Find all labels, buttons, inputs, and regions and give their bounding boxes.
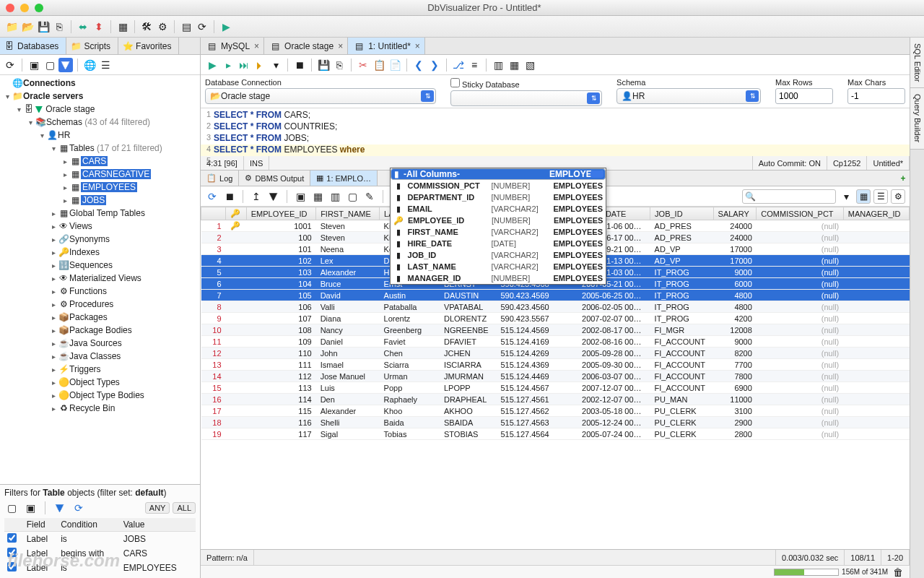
filter-check[interactable]: [7, 533, 17, 543]
run-current-icon[interactable]: ▸: [221, 58, 235, 72]
grid-header[interactable]: JOB_ID: [650, 207, 714, 220]
add-result-tab[interactable]: +: [897, 171, 910, 186]
maxrows-input[interactable]: [775, 88, 833, 104]
filter-check[interactable]: [7, 548, 17, 557]
tree-item[interactable]: ▾📁Oracle servers: [0, 90, 200, 103]
autocomplete-item[interactable]: ▮ FIRST_NAME[VARCHAR2]EMPLOYEES: [391, 226, 606, 238]
nav-tab-scripts[interactable]: 📁Scripts: [66, 38, 118, 54]
side-tab[interactable]: Query Builder: [910, 88, 924, 149]
maximize-icon[interactable]: [35, 4, 43, 12]
filter-all-button[interactable]: ALL: [173, 502, 196, 514]
tree-item[interactable]: ▸🔗Synonyms: [0, 233, 200, 246]
grid-header[interactable]: [201, 207, 226, 220]
disconnect-icon[interactable]: ⬍: [92, 20, 106, 34]
tree-item[interactable]: ▸🔢Sequences: [0, 259, 200, 272]
table-row[interactable]: 10 108NancyGreenbergNGREENBE 515.124.456…: [201, 324, 910, 336]
table-row[interactable]: 13 111IsmaelSciarraISCIARRA 515.124.4369…: [201, 359, 910, 371]
table-row[interactable]: 7 105DavidAustinDAUSTIN 590.423.45692005…: [201, 290, 910, 301]
gc-icon[interactable]: 🗑: [891, 565, 905, 579]
tree-item[interactable]: ▾🗄⯆ Oracle stage: [0, 103, 200, 116]
filter-table[interactable]: FieldConditionValueLabelisJOBSLabelbegin…: [4, 518, 196, 575]
autocomplete-item[interactable]: ▮ JOB_ID[VARCHAR2]EMPLOYEES: [391, 249, 606, 261]
tree-item[interactable]: ▸👁Views: [0, 220, 200, 233]
filter-check[interactable]: [7, 562, 17, 571]
dbconn-select[interactable]: 📂 Oracle stage⇅: [205, 88, 436, 104]
branch-icon[interactable]: ⎇: [451, 58, 466, 72]
tree-item[interactable]: ▸▦Global Temp Tables: [0, 207, 200, 220]
filter-row[interactable]: LabelisEMPLOYEES: [4, 561, 196, 575]
open-folder-icon[interactable]: 📂: [20, 20, 35, 34]
table-row[interactable]: 9 107DianaLorentzDLORENTZ 590.423.556720…: [201, 313, 910, 324]
autocomplete-item[interactable]: 🔑 EMPLOYEE_ID[NUMBER]EMPLOYEES: [391, 215, 606, 226]
globe-icon[interactable]: 🌐: [82, 58, 97, 72]
table-row[interactable]: 12 110JohnChenJCHEN 515.124.42692005-09-…: [201, 348, 910, 359]
db-tree[interactable]: 🌐Connections▾📁Oracle servers▾🗄⯆ Oracle s…: [0, 75, 200, 484]
layout3-icon[interactable]: ▧: [523, 58, 537, 72]
grid-header[interactable]: COMMISSION_PCT: [757, 207, 843, 220]
layout2-icon[interactable]: ▦: [507, 58, 521, 72]
copy-grid-icon[interactable]: ▣: [293, 189, 308, 204]
reload-grid-icon[interactable]: ⟳: [205, 189, 219, 204]
maxchars-input[interactable]: [847, 88, 905, 104]
close-tab-icon[interactable]: ×: [254, 41, 259, 51]
table-row[interactable]: 14 112Jose ManuelUrmanJMURMAN 515.124.44…: [201, 371, 910, 382]
grid-header[interactable]: MANAGER_ID: [843, 207, 909, 220]
prev-icon[interactable]: ❮: [411, 58, 426, 72]
next-icon[interactable]: ❯: [427, 58, 442, 72]
insert-row-icon[interactable]: ▦: [310, 189, 325, 204]
filter-reload-icon[interactable]: ⟳: [71, 501, 86, 515]
editor-tab[interactable]: ▤1: Untitled*×: [348, 38, 425, 54]
tree-item[interactable]: ▸▦JOBS: [0, 194, 200, 207]
filter-any-button[interactable]: ANY: [145, 502, 170, 514]
saveas-sql-icon[interactable]: ⎘: [332, 58, 346, 72]
copy-icon[interactable]: 📋: [372, 58, 386, 72]
refresh-icon[interactable]: ⟳: [195, 20, 209, 34]
tree-item[interactable]: ▾👤HR: [0, 129, 200, 142]
funnel-icon[interactable]: ⯆: [266, 189, 281, 204]
tree-item[interactable]: ▸☕Java Sources: [0, 337, 200, 350]
connect-icon[interactable]: ⬌: [76, 20, 90, 34]
more-icon[interactable]: ☰: [98, 58, 113, 72]
tree-item[interactable]: ▸⚙Functions: [0, 285, 200, 298]
settings-grid-icon[interactable]: ⚙: [891, 189, 905, 204]
close-icon[interactable]: [6, 4, 14, 12]
run-icon[interactable]: ▶: [219, 20, 233, 34]
table-row[interactable]: 15 113LuisPoppLPOPP 515.124.45672007-12-…: [201, 382, 910, 394]
tree-item[interactable]: ▸♻Recycle Bin: [0, 402, 200, 415]
settings-icon[interactable]: ⚙: [155, 20, 170, 34]
tree-item[interactable]: ▸👁Materialized Views: [0, 272, 200, 285]
table-row[interactable]: 16 114DenRaphaelyDRAPHEAL 515.127.456120…: [201, 394, 910, 405]
tree-item[interactable]: ▸☕Java Classes: [0, 350, 200, 363]
editor-tab[interactable]: ▤MySQL×: [201, 38, 264, 54]
database-select[interactable]: ⇅: [450, 90, 602, 106]
grid-view-icon[interactable]: ▦: [856, 189, 871, 204]
save-icon[interactable]: 💾: [36, 20, 51, 34]
autocomplete-item[interactable]: ▮ HIRE_DATE[DATE]EMPLOYEES: [391, 238, 606, 249]
format-icon[interactable]: ≡: [467, 58, 481, 72]
tree-item[interactable]: ▸▦CARS: [0, 155, 200, 168]
filter-funnel-icon[interactable]: ⯆: [53, 501, 67, 515]
tree-item[interactable]: ▸⚙Procedures: [0, 298, 200, 311]
schema-select[interactable]: 👤 HR⇅: [616, 88, 761, 104]
up-icon[interactable]: ↥: [249, 189, 263, 204]
delete-row-icon[interactable]: ▢: [345, 189, 359, 204]
tree-item[interactable]: ▾📚Schemas (43 of 44 filtered): [0, 116, 200, 129]
autocomplete-item[interactable]: ▮ LAST_NAME[VARCHAR2]EMPLOYEES: [391, 261, 606, 272]
tools-icon[interactable]: 🛠: [139, 20, 154, 34]
table-row[interactable]: 18 116ShelliBaidaSBAIDA 515.127.45632005…: [201, 417, 910, 428]
tree-item[interactable]: ▸📦Package Bodies: [0, 324, 200, 337]
run-step-icon[interactable]: ⏭: [237, 58, 251, 72]
side-tab[interactable]: SQL Editor: [910, 38, 924, 88]
minimize-icon[interactable]: [20, 4, 29, 12]
autocomplete-popup[interactable]: ▮ -All Columns-EMPLOYEES ▮ COMMISSION_PC…: [390, 168, 606, 285]
nav-tab-databases[interactable]: 🗄Databases: [0, 38, 66, 54]
save-sql-icon[interactable]: 💾: [316, 58, 331, 72]
edit-icon[interactable]: ✎: [362, 189, 377, 204]
editor-tab[interactable]: ▤Oracle stage×: [264, 38, 348, 54]
cut-icon[interactable]: ✂: [356, 58, 370, 72]
grid-header[interactable]: 🔑: [226, 207, 247, 220]
autocomplete-item[interactable]: ▮ COMMISSION_PCT[NUMBER]EMPLOYEES: [391, 180, 606, 191]
tree-item[interactable]: ▸🟡Object Type Bodies: [0, 389, 200, 402]
table-row[interactable]: 11 109DanielFavietDFAVIET 515.124.416920…: [201, 336, 910, 348]
tree-item[interactable]: ▾▦Tables (17 of 21 filtered): [0, 142, 200, 155]
